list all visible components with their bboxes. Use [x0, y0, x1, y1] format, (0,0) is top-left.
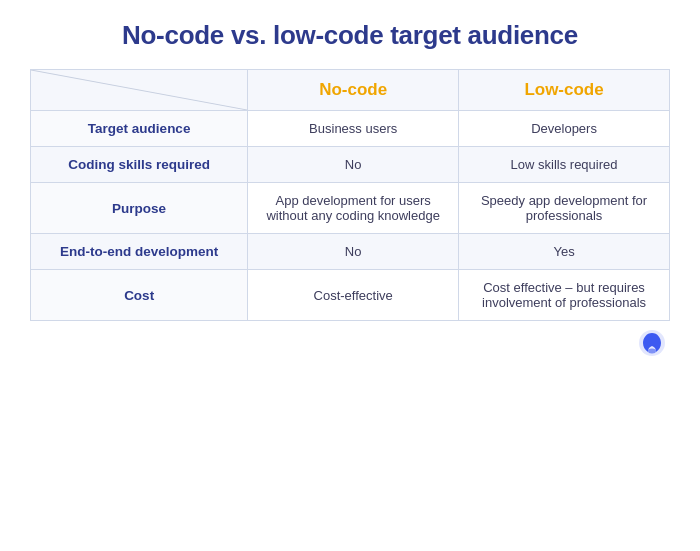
row-lowcode-3: Yes — [459, 234, 670, 270]
svg-line-0 — [31, 70, 247, 110]
svg-point-2 — [648, 349, 656, 354]
comparison-table: No-code Low-code Target audienceBusiness… — [30, 69, 670, 321]
row-label-4: Cost — [31, 270, 248, 321]
row-label-2: Purpose — [31, 183, 248, 234]
row-lowcode-2: Speedy app development for professionals — [459, 183, 670, 234]
header-empty-cell — [31, 70, 248, 111]
row-nocode-1: No — [248, 147, 459, 183]
row-nocode-3: No — [248, 234, 459, 270]
header-nocode: No-code — [248, 70, 459, 111]
row-nocode-0: Business users — [248, 111, 459, 147]
logo-icon — [638, 329, 666, 357]
row-label-0: Target audience — [31, 111, 248, 147]
row-nocode-4: Cost-effective — [248, 270, 459, 321]
footer — [30, 321, 670, 357]
header-lowcode: Low-code — [459, 70, 670, 111]
row-nocode-2: App development for users without any co… — [248, 183, 459, 234]
row-lowcode-0: Developers — [459, 111, 670, 147]
row-label-3: End-to-end development — [31, 234, 248, 270]
row-lowcode-1: Low skills required — [459, 147, 670, 183]
row-lowcode-4: Cost effective – but requires involvemen… — [459, 270, 670, 321]
row-label-1: Coding skills required — [31, 147, 248, 183]
page-title: No-code vs. low-code target audience — [122, 20, 578, 51]
